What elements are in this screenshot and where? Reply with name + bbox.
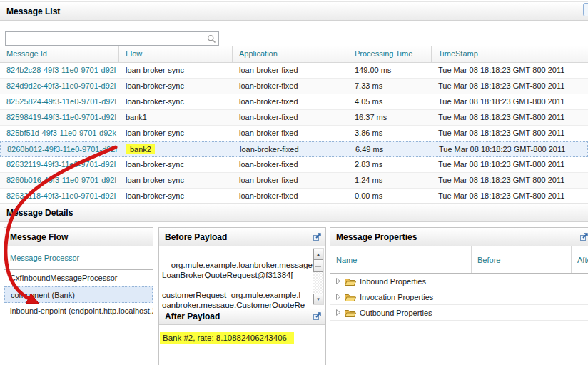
search-input[interactable] xyxy=(6,33,204,44)
column-header-timestamp[interactable]: TimeStamp xyxy=(432,46,588,62)
table-row[interactable]: 824b2c28-49f3-11e0-9701-d92l loan-broker… xyxy=(0,63,588,79)
application-cell: loan-broker-fixed xyxy=(233,126,348,141)
table-row[interactable]: 82598419-49f3-11e0-9701-d92l bank1 loan-… xyxy=(0,110,588,126)
message-id-link[interactable]: 8260b012-49f3-11e0-9701-d92l xyxy=(1,142,120,156)
message-list-title: Message List xyxy=(6,6,60,16)
flow-value: loan-broker-sync xyxy=(126,66,184,74)
flow-value: bank2 xyxy=(126,144,155,154)
flow-cell: loan-broker-sync xyxy=(119,189,233,203)
processing-time-cell: 0.00 ms xyxy=(348,189,432,203)
column-header-name[interactable]: Name xyxy=(330,246,472,273)
application-cell: loan-broker-fixed xyxy=(233,142,349,156)
column-header-application[interactable]: Application xyxy=(233,46,348,62)
scroll-down-icon[interactable]: ▼ xyxy=(313,294,323,304)
search-icon[interactable] xyxy=(204,34,218,44)
after-payload-title-text: After Payload xyxy=(165,311,220,321)
search-box[interactable] xyxy=(5,31,219,46)
application-cell: loan-broker-fixed xyxy=(233,94,348,109)
message-processor-row[interactable]: inbound-enpoint (endpoint.http.localhost… xyxy=(4,303,153,319)
table-row[interactable]: 82632119-49f3-11e0-9701-d92l loan-broker… xyxy=(0,157,588,173)
flow-value: loan-broker-sync xyxy=(126,160,184,169)
flow-cell: loan-broker-sync xyxy=(119,79,233,94)
property-group-row[interactable]: Outbound Properties xyxy=(330,305,588,321)
message-table-body: 824b2c28-49f3-11e0-9701-d92l loan-broker… xyxy=(0,63,588,203)
message-properties-title: Message Properties xyxy=(330,228,588,246)
table-row[interactable]: 82525824-49f3-11e0-9701-d92l loan-broker… xyxy=(0,94,588,110)
timestamp-cell: Tue Mar 08 18:18:23 GMT-800 2011 xyxy=(432,94,588,109)
folder-icon xyxy=(345,277,356,286)
application-cell: loan-broker-fixed xyxy=(233,173,348,188)
property-group-row[interactable]: Invocation Properties xyxy=(330,289,588,305)
application-cell: loan-broker-fixed xyxy=(233,157,348,172)
message-id-link[interactable]: 824b2c28-49f3-11e0-9701-d92l xyxy=(0,63,119,78)
expand-caret-icon[interactable] xyxy=(335,309,341,316)
processing-time-cell: 149.00 ms xyxy=(348,63,432,78)
flow-value: loan-broker-sync xyxy=(126,191,184,200)
column-header-processing-time[interactable]: Processing Time xyxy=(348,46,432,62)
table-row[interactable]: 8260b012-49f3-11e0-9701-d92l bank2 loan-… xyxy=(0,141,588,157)
folder-icon xyxy=(345,293,356,301)
expand-caret-icon[interactable] xyxy=(335,294,341,300)
timestamp-cell: Tue Mar 08 18:18:23 GMT-800 2011 xyxy=(432,110,588,125)
message-id-link[interactable]: 82632118-49f3-11e0-9701-d92l xyxy=(0,189,119,203)
before-payload-title: Before Payload xyxy=(159,228,325,246)
message-processor-label: inbound-enpoint (endpoint.http.localhost… xyxy=(10,306,153,315)
message-details-title: Message Details xyxy=(6,208,73,218)
message-list-header: Message List xyxy=(0,1,588,21)
property-group-row[interactable]: Inbound Properties xyxy=(330,274,588,289)
table-row[interactable]: 825bf51d-49f3-11e0-9701-d92k loan-broker… xyxy=(0,126,588,141)
message-processor-label: component (Bank) xyxy=(11,291,75,299)
message-id-link[interactable]: 8260b016-49f3-11e0-9701-d92l xyxy=(0,173,119,188)
table-row[interactable]: 8260b016-49f3-11e0-9701-d92l loan-broker… xyxy=(0,173,588,189)
message-table-header: Message Id Flow Application Processing T… xyxy=(0,46,588,63)
message-id-link[interactable]: 824d9d2c-49f3-11e0-9701-d92l xyxy=(0,79,119,94)
message-flow-title-text: Message Flow xyxy=(10,232,68,242)
expand-caret-icon[interactable] xyxy=(335,278,341,284)
message-id-link[interactable]: 82525824-49f3-11e0-9701-d92l xyxy=(0,94,119,109)
payload-panel: Before Payload org.mule.example.loanbrok… xyxy=(158,227,326,365)
payload-scrollbar[interactable]: ▲ ▼ xyxy=(313,248,324,305)
message-id-link[interactable]: 825bf51d-49f3-11e0-9701-d92k xyxy=(0,126,119,141)
before-payload-popout-icon[interactable] xyxy=(313,232,322,241)
after-payload-popout-icon[interactable] xyxy=(313,311,322,321)
table-row[interactable]: 82632118-49f3-11e0-9701-d92l loan-broker… xyxy=(0,189,588,203)
application-cell: loan-broker-fixed xyxy=(233,79,348,94)
timestamp-cell: Tue Mar 08 18:18:23 GMT-800 2011 xyxy=(432,173,588,188)
scrollbar-thumb[interactable] xyxy=(313,259,323,272)
processing-time-cell: 6.49 ms xyxy=(349,142,432,156)
message-properties-panel: Message Properties Name Before After xyxy=(330,227,588,365)
scroll-up-icon[interactable]: ▲ xyxy=(313,249,323,259)
before-payload-content: org.mule.example.loanbroker.message. Loa… xyxy=(159,246,325,308)
flow-cell: bank2 xyxy=(120,142,233,156)
message-flow-panel-title: Message Flow xyxy=(4,228,153,246)
message-processor-row[interactable]: component (Bank) xyxy=(4,286,153,303)
processing-time-cell: 1.24 ms xyxy=(348,173,432,188)
folder-icon xyxy=(345,309,356,317)
processing-time-cell: 3.86 ms xyxy=(348,126,432,141)
after-payload-text: Bank #2, rate: 8.10882406243406 xyxy=(160,332,294,344)
timestamp-cell: Tue Mar 08 18:18:23 GMT-800 2011 xyxy=(432,157,588,172)
table-row[interactable]: 824d9d2c-49f3-11e0-9701-d92l loan-broker… xyxy=(0,79,588,94)
column-header-flow[interactable]: Flow xyxy=(119,46,233,62)
flow-value: loan-broker-sync xyxy=(126,176,184,184)
property-group-label: Invocation Properties xyxy=(360,293,433,301)
message-processor-row[interactable]: CxfInboundMessageProcessor xyxy=(4,270,153,286)
cropped-toolbar-button[interactable] xyxy=(583,3,588,16)
properties-column-header: Name Before After xyxy=(330,246,588,274)
message-id-link[interactable]: 82632119-49f3-11e0-9701-d92l xyxy=(0,157,119,172)
property-group-label: Outbound Properties xyxy=(360,309,432,317)
timestamp-cell: Tue Mar 08 18:18:23 GMT-800 2011 xyxy=(432,126,588,141)
message-processor-label: CxfInboundMessageProcessor xyxy=(10,274,117,282)
message-properties-popout-icon[interactable] xyxy=(579,232,588,241)
flow-cell: loan-broker-sync xyxy=(119,94,233,109)
column-header-before[interactable]: Before xyxy=(472,246,572,273)
flow-value: loan-broker-sync xyxy=(126,129,184,137)
column-header-message-id[interactable]: Message Id xyxy=(0,46,119,62)
message-properties-title-text: Message Properties xyxy=(336,232,417,242)
column-header-message-processor[interactable]: Message Processor xyxy=(4,246,153,270)
flow-cell: loan-broker-sync xyxy=(119,173,233,188)
message-id-link[interactable]: 82598419-49f3-11e0-9701-d92l xyxy=(0,110,119,125)
column-header-after[interactable]: After xyxy=(572,246,588,273)
processing-time-cell: 2.83 ms xyxy=(348,157,432,172)
after-payload-title: After Payload xyxy=(159,308,325,325)
